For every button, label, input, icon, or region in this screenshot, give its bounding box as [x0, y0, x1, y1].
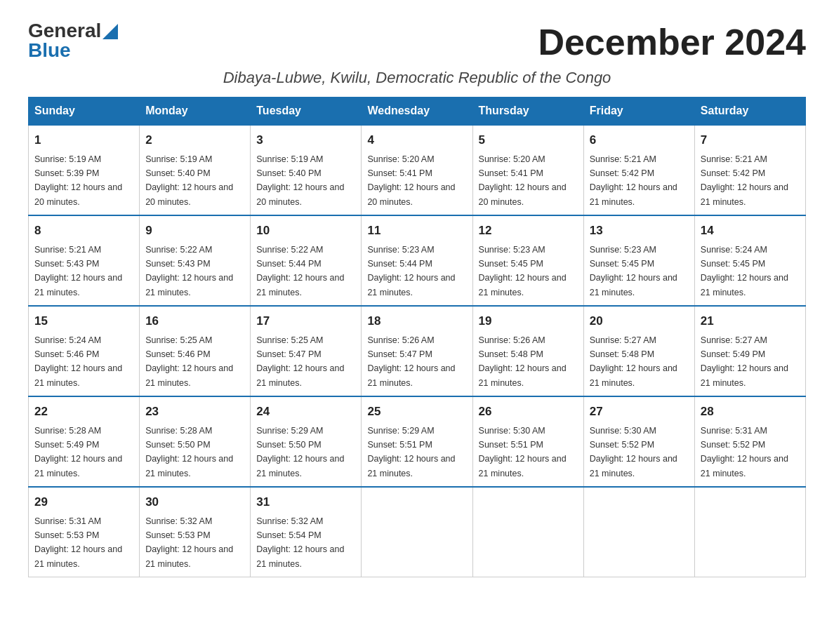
calendar-table: SundayMondayTuesdayWednesdayThursdayFrid…	[28, 97, 806, 577]
calendar-cell	[362, 487, 472, 577]
day-info: Sunrise: 5:28 AMSunset: 5:49 PMDaylight:…	[34, 426, 122, 478]
calendar-cell: 18 Sunrise: 5:26 AMSunset: 5:47 PMDaylig…	[362, 306, 472, 396]
day-info: Sunrise: 5:31 AMSunset: 5:52 PMDaylight:…	[701, 426, 788, 478]
page-header: General Blue December 2024	[28, 21, 806, 63]
calendar-cell: 3 Sunrise: 5:19 AMSunset: 5:40 PMDayligh…	[251, 125, 362, 215]
logo-blue: Blue	[28, 41, 71, 60]
calendar-cell: 20 Sunrise: 5:27 AMSunset: 5:48 PMDaylig…	[583, 306, 694, 396]
day-info: Sunrise: 5:24 AMSunset: 5:45 PMDaylight:…	[701, 245, 788, 297]
day-number: 3	[256, 131, 355, 149]
week-row-3: 15 Sunrise: 5:24 AMSunset: 5:46 PMDaylig…	[29, 306, 806, 396]
day-info: Sunrise: 5:21 AMSunset: 5:43 PMDaylight:…	[34, 245, 122, 297]
calendar-cell: 7 Sunrise: 5:21 AMSunset: 5:42 PMDayligh…	[694, 125, 805, 215]
day-info: Sunrise: 5:27 AMSunset: 5:49 PMDaylight:…	[701, 335, 788, 388]
calendar-cell: 23 Sunrise: 5:28 AMSunset: 5:50 PMDaylig…	[140, 396, 251, 487]
day-info: Sunrise: 5:19 AMSunset: 5:40 PMDaylight:…	[256, 154, 344, 207]
day-number: 29	[34, 493, 133, 511]
day-info: Sunrise: 5:26 AMSunset: 5:47 PMDaylight:…	[367, 335, 455, 388]
day-info: Sunrise: 5:29 AMSunset: 5:51 PMDaylight:…	[367, 426, 455, 478]
day-info: Sunrise: 5:23 AMSunset: 5:45 PMDaylight:…	[590, 245, 677, 297]
day-number: 6	[590, 131, 689, 149]
calendar-cell: 14 Sunrise: 5:24 AMSunset: 5:45 PMDaylig…	[694, 215, 805, 306]
weekday-header-wednesday: Wednesday	[362, 98, 472, 126]
logo: General Blue	[28, 21, 118, 60]
calendar-cell: 6 Sunrise: 5:21 AMSunset: 5:42 PMDayligh…	[583, 125, 694, 215]
calendar-cell: 9 Sunrise: 5:22 AMSunset: 5:43 PMDayligh…	[140, 215, 251, 306]
day-info: Sunrise: 5:23 AMSunset: 5:45 PMDaylight:…	[479, 245, 567, 297]
day-info: Sunrise: 5:24 AMSunset: 5:46 PMDaylight:…	[34, 335, 122, 388]
day-number: 16	[145, 312, 244, 330]
day-info: Sunrise: 5:32 AMSunset: 5:53 PMDaylight:…	[145, 516, 233, 569]
calendar-cell	[583, 487, 694, 577]
day-number: 23	[145, 403, 244, 421]
calendar-cell: 19 Sunrise: 5:26 AMSunset: 5:48 PMDaylig…	[472, 306, 583, 396]
calendar-cell: 22 Sunrise: 5:28 AMSunset: 5:49 PMDaylig…	[29, 396, 140, 487]
day-info: Sunrise: 5:31 AMSunset: 5:53 PMDaylight:…	[34, 516, 122, 569]
day-number: 8	[34, 222, 133, 240]
location-title: Dibaya-Lubwe, Kwilu, Democratic Republic…	[28, 69, 806, 87]
calendar-cell: 12 Sunrise: 5:23 AMSunset: 5:45 PMDaylig…	[472, 215, 583, 306]
day-info: Sunrise: 5:19 AMSunset: 5:39 PMDaylight:…	[34, 154, 122, 207]
weekday-header-sunday: Sunday	[29, 98, 140, 126]
calendar-cell	[694, 487, 805, 577]
day-number: 11	[367, 222, 466, 240]
calendar-cell: 21 Sunrise: 5:27 AMSunset: 5:49 PMDaylig…	[694, 306, 805, 396]
week-row-4: 22 Sunrise: 5:28 AMSunset: 5:49 PMDaylig…	[29, 396, 806, 487]
day-info: Sunrise: 5:29 AMSunset: 5:50 PMDaylight:…	[256, 426, 344, 478]
day-number: 20	[590, 312, 689, 330]
day-number: 18	[367, 312, 466, 330]
calendar-cell: 2 Sunrise: 5:19 AMSunset: 5:40 PMDayligh…	[140, 125, 251, 215]
day-info: Sunrise: 5:22 AMSunset: 5:44 PMDaylight:…	[256, 245, 344, 297]
svg-marker-0	[102, 24, 118, 39]
weekday-header-saturday: Saturday	[694, 98, 805, 126]
day-info: Sunrise: 5:32 AMSunset: 5:54 PMDaylight:…	[256, 516, 344, 569]
day-number: 13	[590, 222, 689, 240]
day-info: Sunrise: 5:28 AMSunset: 5:50 PMDaylight:…	[145, 426, 233, 478]
day-number: 27	[590, 403, 689, 421]
calendar-cell: 30 Sunrise: 5:32 AMSunset: 5:53 PMDaylig…	[140, 487, 251, 577]
day-info: Sunrise: 5:30 AMSunset: 5:51 PMDaylight:…	[479, 426, 567, 478]
calendar-cell: 27 Sunrise: 5:30 AMSunset: 5:52 PMDaylig…	[583, 396, 694, 487]
calendar-cell: 4 Sunrise: 5:20 AMSunset: 5:41 PMDayligh…	[362, 125, 472, 215]
weekday-header-tuesday: Tuesday	[251, 98, 362, 126]
day-info: Sunrise: 5:20 AMSunset: 5:41 PMDaylight:…	[367, 154, 455, 207]
week-row-1: 1 Sunrise: 5:19 AMSunset: 5:39 PMDayligh…	[29, 125, 806, 215]
weekday-header-monday: Monday	[140, 98, 251, 126]
calendar-cell: 29 Sunrise: 5:31 AMSunset: 5:53 PMDaylig…	[29, 487, 140, 577]
day-number: 9	[145, 222, 244, 240]
calendar-cell: 13 Sunrise: 5:23 AMSunset: 5:45 PMDaylig…	[583, 215, 694, 306]
day-number: 21	[701, 312, 800, 330]
day-number: 19	[479, 312, 578, 330]
title-block: December 2024	[538, 21, 806, 63]
day-number: 1	[34, 131, 133, 149]
day-number: 26	[479, 403, 578, 421]
day-number: 30	[145, 493, 244, 511]
day-number: 4	[367, 131, 466, 149]
day-number: 2	[145, 131, 244, 149]
day-number: 24	[256, 403, 355, 421]
day-number: 28	[701, 403, 800, 421]
day-number: 12	[479, 222, 578, 240]
day-info: Sunrise: 5:25 AMSunset: 5:47 PMDaylight:…	[256, 335, 344, 388]
day-number: 15	[34, 312, 133, 330]
week-row-5: 29 Sunrise: 5:31 AMSunset: 5:53 PMDaylig…	[29, 487, 806, 577]
calendar-cell: 5 Sunrise: 5:20 AMSunset: 5:41 PMDayligh…	[472, 125, 583, 215]
day-info: Sunrise: 5:21 AMSunset: 5:42 PMDaylight:…	[590, 154, 677, 207]
logo-general: General	[28, 21, 101, 41]
day-info: Sunrise: 5:20 AMSunset: 5:41 PMDaylight:…	[479, 154, 567, 207]
calendar-cell	[472, 487, 583, 577]
calendar-cell: 16 Sunrise: 5:25 AMSunset: 5:46 PMDaylig…	[140, 306, 251, 396]
day-number: 25	[367, 403, 466, 421]
calendar-cell: 10 Sunrise: 5:22 AMSunset: 5:44 PMDaylig…	[251, 215, 362, 306]
calendar-cell: 8 Sunrise: 5:21 AMSunset: 5:43 PMDayligh…	[29, 215, 140, 306]
day-info: Sunrise: 5:23 AMSunset: 5:44 PMDaylight:…	[367, 245, 455, 297]
calendar-cell: 17 Sunrise: 5:25 AMSunset: 5:47 PMDaylig…	[251, 306, 362, 396]
day-info: Sunrise: 5:19 AMSunset: 5:40 PMDaylight:…	[145, 154, 233, 207]
calendar-cell: 15 Sunrise: 5:24 AMSunset: 5:46 PMDaylig…	[29, 306, 140, 396]
calendar-cell: 26 Sunrise: 5:30 AMSunset: 5:51 PMDaylig…	[472, 396, 583, 487]
day-info: Sunrise: 5:30 AMSunset: 5:52 PMDaylight:…	[590, 426, 677, 478]
logo-triangle-icon	[102, 24, 118, 39]
weekday-header-thursday: Thursday	[472, 98, 583, 126]
day-number: 17	[256, 312, 355, 330]
day-number: 22	[34, 403, 133, 421]
